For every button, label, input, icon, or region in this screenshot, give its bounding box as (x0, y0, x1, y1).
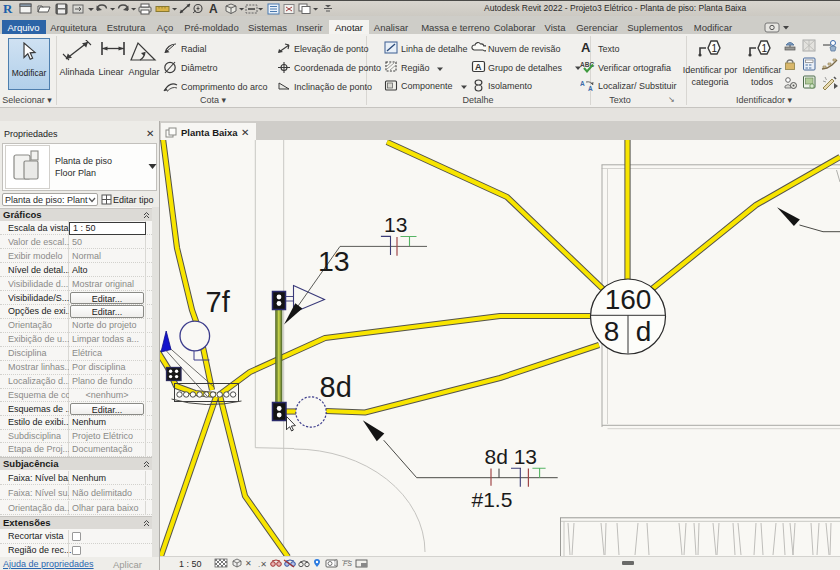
svg-text:160: 160 (605, 284, 652, 315)
svg-text:8d: 8d (320, 371, 352, 403)
svg-text:13: 13 (384, 213, 407, 236)
svg-text:A: A (475, 62, 482, 72)
svg-text:1: 1 (711, 43, 717, 54)
svg-text:✕: ✕ (245, 559, 252, 568)
svg-text:#1.5: #1.5 (472, 488, 513, 511)
svg-text:A: A (588, 85, 593, 92)
svg-text:7f: 7f (206, 286, 231, 318)
svg-text:R: R (3, 1, 13, 16)
svg-text:FS: FS (343, 560, 352, 567)
svg-text:d: d (636, 316, 652, 347)
svg-text:A: A (580, 80, 585, 87)
svg-text:.✕: .✕ (258, 560, 267, 569)
svg-text:8: 8 (604, 316, 620, 347)
svg-text:1: 1 (761, 43, 767, 54)
svg-text:A: A (209, 2, 218, 16)
svg-text:13: 13 (318, 245, 350, 277)
svg-text:8d 13: 8d 13 (485, 445, 538, 468)
